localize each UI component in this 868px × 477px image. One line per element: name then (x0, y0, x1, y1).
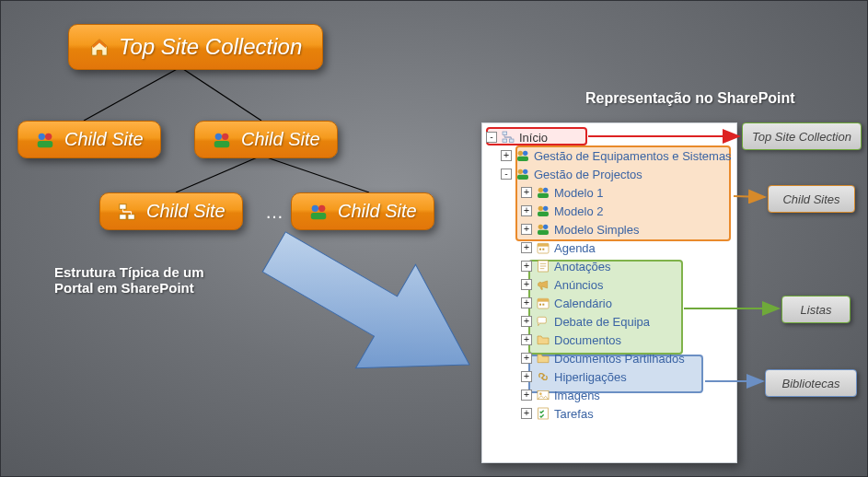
tree-row[interactable]: +Anúncios (482, 275, 736, 294)
tree-row[interactable]: +Hiperligações (482, 367, 736, 386)
expander-icon[interactable]: + (521, 279, 532, 290)
expander-icon[interactable]: + (521, 334, 532, 345)
svg-line-0 (84, 67, 180, 121)
tree-row[interactable]: +Gestão de Equipamentos e Sistemas (482, 146, 736, 165)
tree-row[interactable]: +Tarefas (482, 404, 736, 423)
svg-line-3 (261, 156, 369, 192)
sharepoint-tree-panel: - Início +Gestão de Equipamentos e Siste… (481, 122, 737, 463)
cal-icon (536, 240, 550, 255)
node-child-1: Child Site (17, 121, 161, 158)
announce-icon (536, 277, 550, 292)
svg-rect-21 (517, 157, 528, 161)
tree-item-label: Tarefas (554, 407, 594, 421)
svg-point-19 (518, 151, 523, 156)
tree-row[interactable]: +Documentos Partilhados (482, 349, 736, 367)
expander-icon[interactable]: - (501, 169, 512, 180)
svg-point-14 (318, 204, 325, 211)
svg-rect-9 (214, 140, 230, 146)
node-child-label: Child Site (146, 201, 226, 222)
svg-line-2 (176, 156, 261, 192)
tree-row[interactable]: +Modelo 1 (482, 183, 736, 202)
expander-icon[interactable]: + (521, 371, 532, 382)
tree-row[interactable]: +Modelo Simples (482, 220, 736, 238)
svg-rect-46 (538, 408, 549, 419)
tree-row[interactable]: +Calendário (482, 294, 736, 312)
svg-rect-11 (128, 214, 134, 219)
note-icon (536, 259, 550, 273)
callout-top: Top Site Collection (742, 122, 862, 150)
svg-point-29 (543, 206, 548, 211)
svg-rect-18 (509, 139, 514, 142)
svg-point-20 (523, 151, 527, 156)
svg-rect-17 (503, 139, 507, 142)
caption-header: Representação no SharePoint (585, 90, 795, 107)
svg-rect-24 (517, 175, 528, 180)
tree-row[interactable]: -Gestão de Projectos (482, 165, 736, 183)
tree-row[interactable]: +Debate de Equipa (482, 312, 736, 331)
svg-rect-42 (542, 304, 544, 306)
svg-rect-16 (503, 132, 507, 134)
discuss-icon (536, 314, 550, 329)
svg-point-4 (39, 133, 45, 139)
expander-icon[interactable]: + (501, 150, 512, 161)
subsite-icon (117, 202, 137, 222)
people-icon (536, 222, 550, 237)
svg-point-7 (215, 133, 222, 139)
tree-item-label: Gestão de Projectos (534, 168, 642, 181)
tree-item-label: Debate de Equipa (554, 315, 650, 329)
tree-row[interactable]: +Anotações (482, 257, 736, 275)
svg-rect-12 (120, 214, 126, 219)
callout-lists-label: Listas (801, 303, 832, 317)
tree-row[interactable]: +Documentos (482, 331, 736, 349)
tree-root-label: Início (519, 131, 548, 145)
svg-point-23 (523, 169, 527, 174)
node-top-label: Top Site Collection (119, 34, 302, 60)
tree-item-label: Anotações (554, 260, 610, 273)
expander-icon[interactable]: + (521, 205, 532, 216)
big-arrow-icon (249, 217, 498, 401)
people-icon (536, 185, 550, 200)
svg-rect-30 (538, 212, 549, 216)
callout-libs: Bibliotecas (765, 369, 857, 397)
tree-row[interactable]: +Modelo 2 (482, 202, 736, 220)
svg-rect-41 (539, 304, 541, 306)
svg-point-32 (543, 225, 548, 229)
tree-item-label: Modelo 2 (554, 204, 603, 218)
node-top-site: Top Site Collection (68, 24, 323, 70)
svg-rect-33 (538, 230, 549, 235)
image-icon (536, 388, 550, 402)
expander-icon[interactable]: + (521, 353, 532, 364)
tree-row[interactable]: +Imagens (482, 386, 736, 404)
expander-icon[interactable]: + (521, 316, 532, 327)
svg-rect-40 (538, 298, 549, 301)
expander-icon[interactable]: + (521, 224, 532, 235)
expander-icon[interactable]: + (521, 261, 532, 272)
svg-line-1 (180, 67, 261, 121)
svg-point-28 (538, 206, 543, 211)
expander-icon[interactable]: + (521, 242, 532, 253)
node-child-label: Child Site (64, 129, 144, 150)
tree-item-label: Gestão de Equipamentos e Sistemas (534, 149, 732, 163)
node-child-label: Child Site (241, 129, 320, 150)
svg-rect-10 (120, 204, 126, 209)
svg-point-5 (45, 133, 52, 139)
svg-point-45 (539, 392, 542, 395)
tree-root[interactable]: - Início (482, 128, 736, 146)
svg-rect-43 (538, 317, 546, 323)
expander-icon[interactable]: + (521, 408, 532, 419)
expander-icon[interactable]: + (521, 297, 532, 308)
callout-libs-label: Bibliotecas (782, 377, 840, 390)
tree-row[interactable]: +Agenda (482, 238, 736, 257)
people-icon (515, 167, 530, 181)
expander-icon[interactable]: + (521, 390, 532, 401)
svg-point-31 (538, 225, 543, 229)
tree-item-label: Documentos (554, 333, 621, 347)
expander-icon[interactable]: + (521, 187, 532, 198)
subsite-icon (501, 130, 515, 145)
tree-item-label: Modelo 1 (554, 186, 603, 200)
callout-top-label: Top Site Collection (752, 130, 851, 144)
svg-point-26 (543, 188, 548, 192)
callout-child-label: Child Sites (782, 192, 839, 206)
svg-rect-6 (38, 140, 53, 146)
expander-icon[interactable]: - (486, 132, 497, 143)
